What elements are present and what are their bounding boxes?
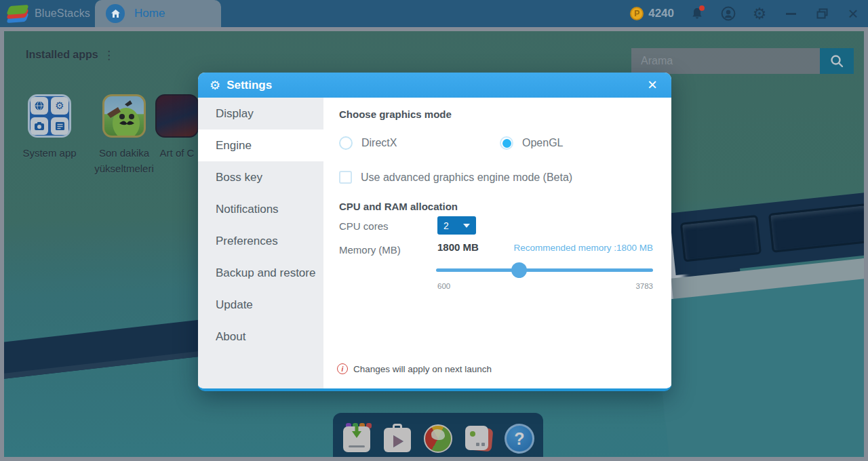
settings-gear-icon[interactable]: ⚙	[751, 5, 768, 22]
cpu-cores-value: 2	[443, 220, 449, 231]
memory-value: 1800 MB	[437, 241, 479, 253]
nav-item-boss-key[interactable]: Boss key	[198, 161, 323, 193]
account-avatar-icon[interactable]	[720, 5, 736, 22]
title-bar: BlueStacks Home P 4240 ⚙	[0, 0, 868, 27]
nav-item-backup-restore[interactable]: Backup and restore	[198, 257, 323, 289]
close-button[interactable]: ×	[845, 5, 861, 22]
graphics-mode-heading: Choose graphics mode	[339, 108, 452, 120]
chevron-down-icon	[463, 224, 470, 228]
bluestacks-logo-icon	[8, 5, 28, 22]
radio-opengl-label: OpenGL	[522, 137, 563, 149]
tab-home-label: Home	[134, 7, 165, 20]
home-icon	[106, 4, 125, 23]
tab-home[interactable]: Home	[95, 0, 221, 27]
nav-item-notifications[interactable]: Notifications	[198, 193, 323, 225]
cpu-cores-label: CPU cores	[339, 220, 389, 232]
cpu-cores-dropdown[interactable]: 2	[437, 216, 476, 235]
bluestacks-window: BlueStacks Home P 4240 ⚙	[0, 0, 868, 461]
radio-directx-label: DirectX	[361, 137, 397, 149]
memory-slider-handle[interactable]	[511, 262, 527, 278]
memory-slider-track[interactable]	[436, 268, 653, 272]
nav-item-update[interactable]: Update	[198, 289, 323, 321]
checkbox-icon	[339, 171, 352, 184]
titlebar-controls: P 4240 ⚙ ×	[630, 0, 861, 27]
nav-item-preferences[interactable]: Preferences	[198, 225, 323, 257]
recommended-memory-text: Recommended memory :1800 MB	[513, 243, 653, 253]
minimize-button[interactable]	[783, 5, 799, 22]
coin-icon: P	[630, 7, 644, 20]
advanced-graphics-label: Use advanced graphics engine mode (Beta)	[361, 172, 572, 184]
slider-max-label: 3783	[635, 282, 653, 290]
radio-circle-icon	[339, 136, 353, 150]
dialog-close-button[interactable]: ×	[643, 75, 662, 94]
settings-nav: Display Engine Boss key Notifications Pr…	[198, 98, 323, 391]
coins-counter[interactable]: P 4240	[630, 7, 674, 20]
advanced-graphics-checkbox-row[interactable]: Use advanced graphics engine mode (Beta)	[339, 171, 572, 184]
info-icon: i	[337, 363, 348, 374]
settings-dialog: ⚙ Settings × Display Engine Boss key Not…	[198, 73, 671, 391]
restart-note-text: Changes will apply on next launch	[353, 364, 492, 374]
notifications-bell-icon[interactable]	[689, 5, 705, 22]
cpu-ram-heading: CPU and RAM allocation	[339, 201, 458, 212]
engine-panel: Choose graphics mode DirectX OpenGL Use …	[323, 98, 671, 391]
coin-count: 4240	[648, 7, 674, 20]
notification-badge	[699, 5, 705, 11]
radio-directx[interactable]: DirectX	[339, 136, 397, 150]
brand-name: BlueStacks	[35, 7, 90, 20]
nav-item-engine[interactable]: Engine	[198, 129, 323, 161]
slider-min-label: 600	[437, 282, 450, 290]
restart-note: i Changes will apply on next launch	[337, 363, 492, 374]
radio-opengl[interactable]: OpenGL	[500, 136, 563, 150]
memory-label: Memory (MB)	[339, 244, 401, 256]
settings-dialog-title: Settings	[226, 79, 272, 92]
bluestacks-brand: BlueStacks	[0, 5, 90, 22]
settings-dialog-header: ⚙ Settings ×	[198, 73, 671, 98]
nav-item-display[interactable]: Display	[198, 98, 323, 129]
restore-button[interactable]	[814, 5, 830, 22]
nav-item-about[interactable]: About	[198, 321, 323, 353]
radio-checked-icon	[500, 136, 513, 150]
settings-gear-icon: ⚙	[210, 79, 220, 92]
